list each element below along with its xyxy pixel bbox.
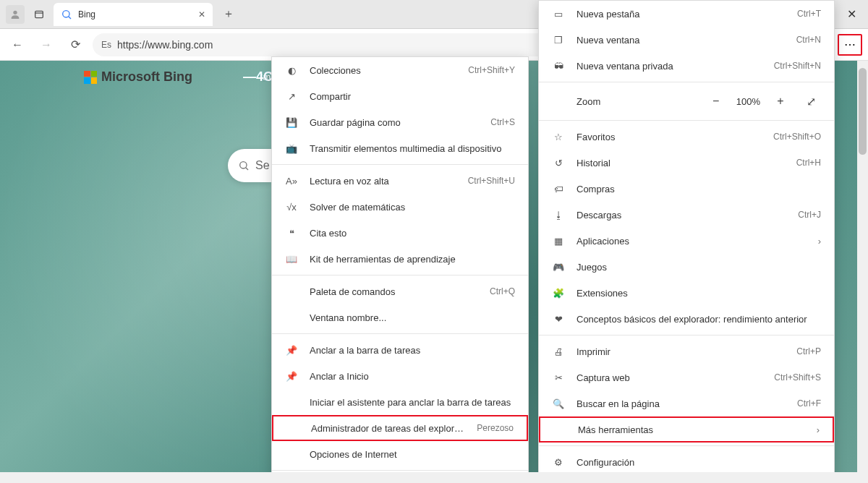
separator xyxy=(272,470,528,471)
quote-icon: ❝ xyxy=(285,228,298,239)
submenu-read-aloud[interactable]: A»Lectura en voz altaCtrl+Shift+U xyxy=(272,168,528,194)
window-icon: ❐ xyxy=(552,35,565,46)
bing-favicon xyxy=(61,9,72,20)
star-icon: ☆ xyxy=(552,132,565,142)
menu-downloads[interactable]: ⭳DescargasCtrl+J xyxy=(539,202,834,228)
chevron-right-icon: › xyxy=(817,424,820,435)
gamepad-icon: 🎮 xyxy=(552,262,565,273)
menu-settings[interactable]: ⚙Configuración xyxy=(539,449,834,475)
search-icon xyxy=(238,160,250,171)
separator xyxy=(539,445,834,446)
zoom-in-button[interactable]: + xyxy=(770,95,791,108)
menu-new-tab[interactable]: ▭Nueva pestañaCtrl+T xyxy=(539,1,834,27)
zoom-value: 100% xyxy=(736,96,760,107)
tab-title: Bing xyxy=(78,9,95,20)
save-icon: 💾 xyxy=(285,117,298,128)
private-icon: 🕶 xyxy=(552,61,565,72)
menu-new-window[interactable]: ❐Nueva ventanaCtrl+N xyxy=(539,27,834,53)
svg-point-5 xyxy=(240,162,247,168)
submenu-share[interactable]: ↗Compartir xyxy=(272,83,528,109)
window-close-button[interactable]: ✕ xyxy=(835,0,868,29)
separator xyxy=(539,82,834,82)
zoom-out-button[interactable]: − xyxy=(706,95,726,108)
camera-icon: ✂ xyxy=(552,372,565,383)
menu-apps[interactable]: ▦Aplicaciones› xyxy=(539,228,834,254)
menu-print[interactable]: 🖨ImprimirCtrl+P xyxy=(539,338,834,364)
search-placeholder: Se xyxy=(255,159,270,172)
puzzle-icon: 🧩 xyxy=(552,288,565,299)
bing-search-box[interactable]: Se xyxy=(228,149,271,182)
menu-history[interactable]: ↺HistorialCtrl+H xyxy=(539,150,834,176)
svg-rect-1 xyxy=(35,11,43,17)
profile-avatar[interactable] xyxy=(6,5,25,24)
separator xyxy=(539,120,834,121)
svg-point-0 xyxy=(13,10,17,14)
browser-tab[interactable]: Bing ✕ xyxy=(54,3,213,26)
menu-shopping[interactable]: 🏷Compras xyxy=(539,176,834,202)
submenu-internet-options[interactable]: Opciones de Internet xyxy=(272,441,528,467)
microsoft-logo-icon xyxy=(84,71,97,84)
gear-icon: ⚙ xyxy=(552,457,565,468)
submenu-cite[interactable]: ❝Cita esto xyxy=(272,220,528,246)
horizontal-scrollbar[interactable] xyxy=(0,472,857,483)
svg-line-4 xyxy=(69,16,71,18)
submenu-name-window[interactable]: Ventana nombre... xyxy=(272,304,528,330)
vertical-scrollbar[interactable] xyxy=(857,61,868,483)
scrollbar-thumb[interactable] xyxy=(859,68,867,155)
lang-badge: Es xyxy=(101,40,111,50)
fullscreen-button[interactable]: ⤢ xyxy=(801,95,821,108)
menu-new-private[interactable]: 🕶Nueva ventana privadaCtrl+Shift+N xyxy=(539,53,834,79)
submenu-math[interactable]: √xSolver de matemáticas xyxy=(272,194,528,220)
new-tab-icon: ▭ xyxy=(552,9,565,20)
svg-point-3 xyxy=(63,10,69,17)
tab-close-icon[interactable]: ✕ xyxy=(198,9,205,20)
menu-games[interactable]: 🎮Juegos xyxy=(539,254,834,280)
separator xyxy=(272,333,528,334)
new-tab-button[interactable]: ＋ xyxy=(217,7,240,22)
submenu-pin-start[interactable]: 📌Anclar a Inicio xyxy=(272,363,528,389)
chevron-right-icon: › xyxy=(818,236,821,247)
submenu-pin-taskbar[interactable]: 📌Anclar a la barra de tareas xyxy=(272,337,528,363)
download-icon: ⭳ xyxy=(552,210,565,221)
svg-line-6 xyxy=(246,168,248,170)
pin-icon: 📌 xyxy=(285,345,298,356)
read-aloud-icon: A» xyxy=(285,176,298,187)
submenu-learning[interactable]: 📖Kit de herramientas de aprendizaje xyxy=(272,246,528,272)
separator xyxy=(272,164,528,165)
menu-favorites[interactable]: ☆FavoritosCtrl+Shift+O xyxy=(539,124,834,150)
share-icon: ↗ xyxy=(285,91,298,102)
menu-more-tools[interactable]: Más herramientas› xyxy=(539,416,834,443)
menu-extensions[interactable]: 🧩Extensiones xyxy=(539,280,834,306)
separator xyxy=(539,335,834,335)
math-icon: √x xyxy=(285,202,298,213)
submenu-cmd-palette[interactable]: Paleta de comandosCtrl+Q xyxy=(272,278,528,304)
menu-essentials[interactable]: ❤Conceptos básicos del explorador: rendi… xyxy=(539,306,834,332)
history-icon: ↺ xyxy=(552,158,565,168)
menu-capture[interactable]: ✂Captura webCtrl+Shift+S xyxy=(539,364,834,390)
heartbeat-icon: ❤ xyxy=(552,314,565,325)
bing-logo[interactable]: Microsoft Bing xyxy=(84,69,192,85)
tab-actions-icon[interactable] xyxy=(27,9,51,20)
search-icon: 🔍 xyxy=(552,398,565,409)
submenu-taskbar-wizard[interactable]: Iniciar el asistente para anclar la barr… xyxy=(272,389,528,415)
pin-icon: 📌 xyxy=(285,371,298,382)
url-text: https://www.bing.com xyxy=(117,39,213,51)
bing-logo-text: Microsoft Bing xyxy=(101,69,192,85)
collections-icon: ◐ xyxy=(285,65,298,76)
printer-icon: 🖨 xyxy=(552,346,565,357)
menu-find[interactable]: 🔍Buscar en la páginaCtrl+F xyxy=(539,390,834,416)
book-icon: 📖 xyxy=(285,254,298,265)
submenu-task-manager[interactable]: Administrador de tareas del exploradorPe… xyxy=(272,415,528,441)
more-menu-button[interactable]: ⋯ xyxy=(838,34,862,56)
submenu-save-as[interactable]: 💾Guardar página comoCtrl+S xyxy=(272,109,528,135)
submenu-collections[interactable]: ◐ColeccionesCtrl+Shift+Y xyxy=(272,57,528,83)
forward-button: → xyxy=(35,33,58,56)
separator xyxy=(272,275,528,275)
apps-icon: ▦ xyxy=(552,236,565,247)
back-button[interactable]: ← xyxy=(6,33,29,56)
more-tools-submenu: ◐ColeccionesCtrl+Shift+Y ↗Compartir 💾Gua… xyxy=(271,56,529,483)
menu-zoom: Zoom − 100% + ⤢ xyxy=(539,85,834,117)
settings-menu: ▭Nueva pestañaCtrl+T ❐Nueva ventanaCtrl+… xyxy=(538,0,835,483)
submenu-cast[interactable]: 📺Transmitir elementos multimedia al disp… xyxy=(272,135,528,161)
refresh-button[interactable]: ⟳ xyxy=(64,33,87,56)
